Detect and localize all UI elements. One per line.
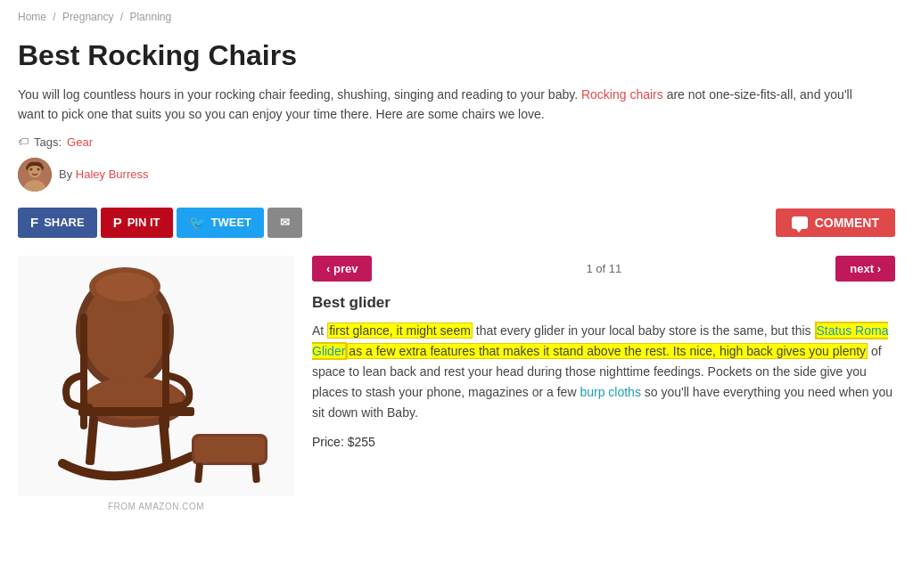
highlight-1: first glance, it might seem xyxy=(327,323,473,339)
price-text: Price: $255 xyxy=(312,432,895,453)
facebook-label: SHARE xyxy=(44,216,85,229)
author-row: By Haley Burress xyxy=(18,158,895,192)
facebook-share-button[interactable]: f SHARE xyxy=(18,208,97,238)
comment-label: COMMENT xyxy=(815,216,879,230)
image-section: FROM AMAZON.COM xyxy=(18,256,294,511)
pinterest-icon: P xyxy=(113,215,122,230)
comment-bubble-icon xyxy=(792,216,808,229)
prev-button[interactable]: ‹ prev xyxy=(312,256,372,282)
action-bar: f SHARE P PIN IT 🐦 TWEET ✉ COMMENT xyxy=(18,208,895,238)
burp-cloths-link[interactable]: burp cloths xyxy=(580,385,640,399)
svg-point-4 xyxy=(37,167,40,170)
social-buttons: f SHARE P PIN IT 🐦 TWEET ✉ xyxy=(18,208,302,238)
twitter-tweet-button[interactable]: 🐦 TWEET xyxy=(177,208,265,238)
facebook-icon: f xyxy=(30,215,38,230)
page-indicator: 1 of 11 xyxy=(586,262,621,275)
page-title: Best Rocking Chairs xyxy=(18,39,895,72)
pagination-bar: ‹ prev 1 of 11 next › xyxy=(312,256,895,282)
tag-icon: 🏷 xyxy=(18,135,29,148)
email-icon: ✉ xyxy=(280,216,290,229)
tag-gear[interactable]: Gear xyxy=(67,135,93,149)
chair-svg xyxy=(27,260,285,492)
comment-button[interactable]: COMMENT xyxy=(776,208,895,237)
email-share-button[interactable]: ✉ xyxy=(267,208,302,238)
twitter-label: TWEET xyxy=(211,216,252,229)
breadcrumb-home[interactable]: Home xyxy=(18,11,46,23)
image-caption: FROM AMAZON.COM xyxy=(18,502,294,511)
breadcrumb-planning[interactable]: Planning xyxy=(129,11,171,23)
highlight-2: as a few extra features that makes it st… xyxy=(347,343,868,359)
slide-title: Best glider xyxy=(312,294,895,312)
svg-rect-13 xyxy=(159,415,172,465)
slide-text: At first glance, it might seem that ever… xyxy=(312,321,895,453)
svg-point-1 xyxy=(29,164,41,177)
svg-rect-16 xyxy=(194,462,203,483)
svg-point-3 xyxy=(30,167,33,170)
author-name: By Haley Burress xyxy=(59,167,148,181)
svg-point-19 xyxy=(95,273,154,301)
product-image xyxy=(18,256,294,496)
rocking-chairs-link[interactable]: Rocking chairs xyxy=(581,87,663,102)
svg-rect-15 xyxy=(194,437,265,462)
intro-text: You will log countless hours in your roc… xyxy=(18,85,874,125)
author-link[interactable]: Haley Burress xyxy=(76,167,149,181)
next-button[interactable]: next › xyxy=(835,256,895,282)
twitter-icon: 🐦 xyxy=(189,215,206,231)
content-area: FROM AMAZON.COM ‹ prev 1 of 11 next › Be… xyxy=(18,256,895,511)
svg-rect-17 xyxy=(251,462,260,483)
tags-label: Tags: xyxy=(34,135,62,149)
breadcrumb: Home / Pregnancy / Planning xyxy=(18,11,895,23)
tags-row: 🏷 Tags: Gear xyxy=(18,135,895,149)
breadcrumb-pregnancy[interactable]: Pregnancy xyxy=(62,11,113,23)
avatar xyxy=(18,158,52,192)
pinterest-pin-button[interactable]: P PIN IT xyxy=(101,208,173,238)
article-section: ‹ prev 1 of 11 next › Best glider At fir… xyxy=(312,256,895,453)
pinterest-label: PIN IT xyxy=(127,216,160,229)
